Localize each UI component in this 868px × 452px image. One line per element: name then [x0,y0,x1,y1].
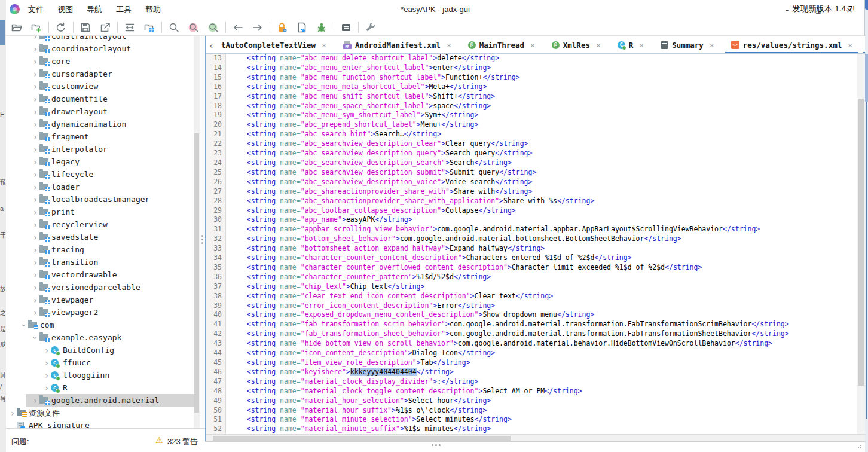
menu-item-0[interactable]: 文件 [25,3,47,16]
code-line-26[interactable]: <string name="abc_searchview_description… [230,178,865,187]
expand-chevron-icon[interactable]: › [8,409,17,417]
tree-item-R[interactable]: ›R [42,381,68,394]
tab-MainThread[interactable]: MainThread× [462,36,541,54]
expand-chevron-icon[interactable]: › [31,283,39,292]
code-line-43[interactable]: <string name="hide_bottom_view_on_scroll… [230,339,865,349]
expand-chevron-icon[interactable]: › [31,45,39,53]
tree-item-dynamicanimation[interactable]: ›dynamicanimation [31,118,126,130]
code-line-42[interactable]: <string name="fab_transformation_sheet_b… [230,329,865,339]
nav-forward-icon[interactable] [252,22,264,33]
tree-item-localbroadcastmanager[interactable]: ›localbroadcastmanager [31,193,149,206]
tree-item-drawerlayout[interactable]: ›drawerlayout [31,105,108,118]
tree-item-BuildConfig[interactable]: ›BuildConfig [42,344,114,356]
status-splitter-handle[interactable] [432,444,433,446]
expand-chevron-icon[interactable]: › [31,309,39,317]
code-line-46[interactable]: <string name="keyishere">kkkeyyy40440440… [230,368,865,377]
expand-chevron-icon[interactable]: › [31,108,39,116]
tab-close-icon[interactable]: × [848,41,852,50]
tab-XmlRes[interactable]: XmlRes× [546,36,607,54]
save-all-icon[interactable] [80,22,91,33]
tree-item-viewpager[interactable]: ›viewpager [31,294,93,306]
tree-scrollbar-thumb[interactable] [194,133,199,413]
flat-packages-icon[interactable] [143,22,155,33]
tab-AndroidManifest.xml[interactable]: AndroidManifest.xml× [337,36,457,54]
code-line-23[interactable]: <string name="abc_searchview_description… [230,149,865,158]
expand-chevron-icon[interactable]: › [31,36,39,41]
debugger-icon[interactable] [316,22,328,33]
tree-item-legacy[interactable]: ›legacy [31,155,80,168]
tree-item-tracing[interactable]: ›tracing [31,243,84,256]
tree-item-google.android.material[interactable]: ›google.android.material [31,394,159,407]
menu-item-2[interactable]: 导航 [84,3,105,16]
code-line-51[interactable]: <string name="material_minute_selection"… [230,415,865,424]
collapse-chevron-icon[interactable]: › [31,334,39,342]
minimize-button[interactable]: – [782,5,793,14]
code-line-35[interactable]: <string name="character_counter_overflow… [230,263,865,273]
code-line-44[interactable]: <string name="icon_content_description">… [230,349,865,358]
issues-bar[interactable]: 问题: ⚠ 323 警告 [6,428,205,452]
expand-chevron-icon[interactable]: › [31,208,39,216]
tab-close-icon[interactable]: × [447,41,451,50]
expand-chevron-icon[interactable]: › [31,83,39,91]
code-line-36[interactable]: <string name="character_counter_pattern"… [230,273,865,282]
tree-item-interpolator[interactable]: ›interpolator [31,143,108,155]
code-line-40[interactable]: <string name="exposed_dropdown_menu_cont… [230,310,865,320]
tab-R[interactable]: R× [612,36,650,54]
code-line-25[interactable]: <string name="abc_searchview_description… [230,168,865,178]
tree-item-print[interactable]: ›print [31,206,75,218]
code-line-20[interactable]: <string name="abc_prepend_shortcut_label… [230,120,865,130]
expand-chevron-icon[interactable]: › [42,384,51,392]
tab-res-values-strings.xml[interactable]: res/values/strings.xml× [725,36,858,54]
tree-item-core[interactable]: ›core [31,55,70,68]
code-line-21[interactable]: <string name="abc_search_hint">Search…</… [230,130,865,139]
tree-item-com[interactable]: ›com [20,319,54,331]
expand-chevron-icon[interactable]: › [31,183,39,191]
tree-item-coordinatorlayout[interactable]: ›coordinatorlayout [31,42,131,55]
code-line-32[interactable]: <string name="bottom_sheet_behavior">com… [230,234,865,244]
code-line-19[interactable]: <string name="abc_menu_sym_shortcut_labe… [230,111,865,120]
editor-horizontal-scrollbar-thumb[interactable] [213,436,511,441]
expand-chevron-icon[interactable]: › [31,158,39,166]
code-line-47[interactable]: <string name="material_clock_display_div… [230,377,865,387]
tree-item-constraintlayout[interactable]: ›constraintlayout [31,36,126,42]
code-line-31[interactable]: <string name="appbar_scrolling_view_beha… [230,225,865,234]
tree-item-transition[interactable]: ›transition [31,256,98,268]
tab-tAutoCompleteTextView[interactable]: tAutoCompleteTextView× [215,36,332,54]
code-line-37[interactable]: <string name="chip_text">Chip text</stri… [230,282,865,292]
tree-scrollbar[interactable] [194,36,200,428]
code-line-41[interactable]: <string name="fab_transformation_scrim_b… [230,320,865,329]
expand-chevron-icon[interactable]: › [31,133,39,141]
tree-item-ffuucc[interactable]: ›ffuucc [42,356,91,369]
open-project-icon[interactable] [11,22,23,33]
code-line-29[interactable]: <string name="abc_toolbar_collapse_descr… [230,206,865,216]
expand-chevron-icon[interactable]: › [31,196,39,204]
editor-horizontal-scrollbar[interactable] [206,434,865,441]
code-line-45[interactable]: <string name="item_view_role_description… [230,358,865,368]
tab-close-icon[interactable]: × [322,41,326,50]
tab-close-icon[interactable]: × [710,41,714,50]
tree-item-customview[interactable]: ›customview [31,80,98,93]
deobfuscation-icon[interactable] [276,22,288,33]
code-line-15[interactable]: <string name="abc_menu_function_shortcut… [230,73,865,83]
tree-item--[interactable]: ›资源文件 [8,407,60,419]
expand-chevron-icon[interactable]: › [31,221,39,229]
tree-item-llooggiinn[interactable]: ›llooggiinn [42,369,109,381]
export-icon[interactable] [99,22,111,33]
expand-chevron-icon[interactable]: › [31,246,39,254]
code-lines[interactable]: <string name="abc_menu_delete_shortcut_l… [226,54,865,434]
tree-item-APK-signature[interactable]: APK signature [8,419,90,428]
code-line-28[interactable]: <string name="abc_shareactionprovider_sh… [230,197,865,206]
menu-item-3[interactable]: 工具 [113,3,135,16]
class-search-icon[interactable] [188,22,200,33]
panel-splitter[interactable] [200,36,205,441]
expand-chevron-icon[interactable]: › [31,95,39,103]
nav-back-icon[interactable] [232,22,244,33]
add-files-icon[interactable] [30,22,42,33]
code-line-50[interactable]: <string name="material_hour_suffix">%1$s… [230,406,865,416]
tree-item-versionedparcelable[interactable]: ›versionedparcelable [31,281,140,294]
expand-chevron-icon[interactable]: › [31,296,39,304]
window-resize-grip[interactable] [855,442,861,448]
tree-item-viewpager2[interactable]: ›viewpager2 [31,306,98,319]
tabs-scroll-left-icon[interactable]: ‹ [207,40,215,50]
tabs-overflow-chevron-icon[interactable]: ∨ [863,41,865,50]
